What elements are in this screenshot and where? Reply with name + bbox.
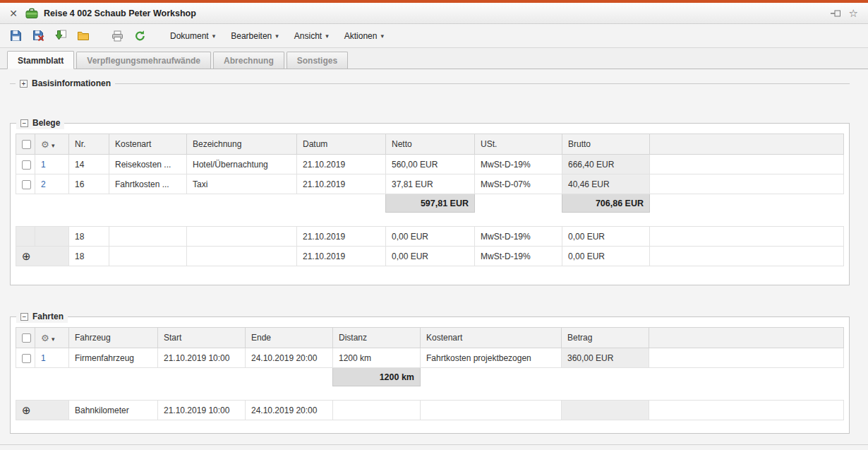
print-button[interactable] [107, 27, 127, 45]
cell-kostenart[interactable]: Fahrtkosten ... [109, 174, 187, 194]
folder-button[interactable] [73, 27, 93, 45]
cell-netto[interactable]: 0,00 EUR [386, 247, 475, 266]
col-header-fahrzeug[interactable]: Fahrzeug [69, 328, 158, 348]
content-area: + Basisinformationen − Belege ⚙ ▾ Nr. Ko… [0, 69, 868, 434]
col-header-kostenart[interactable]: Kostenart [421, 328, 562, 348]
cell-bezeichnung[interactable] [187, 247, 297, 266]
col-header-brutto[interactable]: Brutto [562, 134, 650, 155]
cell-nr[interactable]: 18 [69, 247, 109, 266]
cell-datum[interactable]: 21.10.2019 [297, 227, 386, 247]
cell-kostenart[interactable] [421, 401, 562, 420]
cell-brutto[interactable]: 40,46 EUR [562, 174, 650, 194]
cell-kostenart[interactable] [109, 247, 187, 266]
save-button[interactable] [6, 27, 25, 45]
col-header-ende[interactable]: Ende [246, 328, 333, 348]
select-all-checkbox[interactable] [22, 333, 31, 343]
pin-icon[interactable] [830, 8, 842, 18]
cell-start[interactable]: 21.10.2019 10:00 [158, 401, 246, 420]
cell-nr[interactable]: 16 [69, 174, 109, 194]
col-header-ust[interactable]: USt. [475, 134, 562, 155]
col-header-datum[interactable]: Datum [297, 134, 386, 155]
add-entry-button[interactable]: ⊕ [16, 247, 69, 266]
cell-netto[interactable]: 37,81 EUR [386, 174, 475, 194]
row-number[interactable]: 1 [35, 155, 69, 174]
tab-sonstiges[interactable]: Sonstiges [287, 52, 348, 69]
cell-datum[interactable]: 21.10.2019 [297, 155, 386, 174]
cell-nr[interactable]: 14 [69, 155, 109, 174]
cell-ust[interactable]: MwSt-D-19% [475, 227, 562, 247]
add-entry-button[interactable]: ⊕ [16, 401, 69, 420]
delete-button[interactable] [28, 27, 48, 45]
cell-kostenart[interactable] [109, 227, 187, 247]
cell-kostenart[interactable]: Fahrtkosten projektbezogen [421, 348, 562, 368]
cell-start[interactable]: 21.10.2019 10:00 [158, 348, 246, 368]
tab-abrechnung[interactable]: Abrechnung [213, 52, 284, 69]
cell-distanz[interactable] [333, 401, 421, 420]
col-header-nr[interactable]: Nr. [69, 134, 109, 155]
cell-brutto[interactable]: 0,00 EUR [562, 227, 650, 247]
cell-bezeichnung[interactable] [187, 227, 297, 247]
col-header-kostenart[interactable]: Kostenart [109, 134, 187, 155]
cell-netto[interactable]: 560,00 EUR [386, 155, 475, 174]
cell-ende[interactable]: 24.10.2019 20:00 [246, 401, 333, 420]
window-bottom-edge [0, 444, 868, 445]
column-settings-button[interactable]: ⚙ ▾ [35, 134, 69, 155]
menu-aktionen[interactable]: Aktionen ▾ [338, 28, 390, 44]
belege-row-2: 2 16 Fahrtkosten ... Taxi 21.10.2019 37,… [16, 174, 844, 194]
refresh-button[interactable] [130, 27, 150, 45]
gear-icon: ⚙ [41, 333, 49, 343]
menu-dokument[interactable]: Dokument ▾ [164, 28, 222, 44]
select-all-cell[interactable] [16, 134, 35, 155]
col-header-fill [649, 328, 844, 348]
row-checkbox[interactable] [22, 354, 31, 363]
cell-bezeichnung[interactable]: Hotel/Übernachtung [187, 155, 297, 174]
fahrten-group: − Fahrten ⚙ ▾ Fahrzeug Start Ende Distan… [10, 316, 850, 434]
select-all-cell[interactable] [16, 328, 35, 348]
row-checkbox[interactable] [22, 180, 31, 189]
cell-betrag[interactable] [562, 401, 649, 420]
cell-bezeichnung[interactable]: Taxi [187, 174, 297, 194]
select-all-checkbox[interactable] [22, 140, 31, 149]
cell-datum[interactable]: 21.10.2019 [297, 174, 386, 194]
cell-fill [649, 401, 844, 420]
spacer-row [16, 386, 844, 401]
row-number[interactable]: 1 [35, 348, 69, 368]
row-select-cell[interactable] [16, 348, 35, 368]
star-icon[interactable]: ☆ [849, 7, 858, 20]
col-header-start[interactable]: Start [158, 328, 246, 348]
menu-ansicht[interactable]: Ansicht ▾ [288, 28, 335, 44]
menu-bearbeiten[interactable]: Bearbeiten ▾ [224, 28, 285, 44]
cell-datum[interactable]: 21.10.2019 [297, 247, 386, 266]
expand-icon[interactable]: + [20, 80, 28, 88]
tab-verpflegungsmehraufwaende[interactable]: Verpflegungsmehraufwände [76, 52, 211, 69]
cell-ust[interactable]: MwSt-D-07% [475, 174, 562, 194]
row-number[interactable]: 2 [35, 174, 69, 194]
col-header-distanz[interactable]: Distanz [333, 328, 421, 348]
cell-fill [650, 155, 844, 174]
cell-brutto[interactable]: 0,00 EUR [562, 247, 650, 266]
row-checkbox[interactable] [22, 160, 31, 170]
row-select-cell[interactable] [16, 155, 35, 174]
row-select-cell[interactable] [16, 174, 35, 194]
cell-kostenart[interactable]: Reisekosten ... [109, 155, 187, 174]
column-settings-button[interactable]: ⚙ ▾ [35, 328, 69, 348]
col-header-netto[interactable]: Netto [386, 134, 475, 155]
cell-fahrzeug[interactable]: Bahnkilometer [69, 401, 158, 420]
cell-betrag[interactable]: 360,00 EUR [562, 348, 649, 368]
tab-stammblatt[interactable]: Stammblatt [7, 51, 74, 69]
cell-distanz[interactable]: 1200 km [333, 348, 421, 368]
collapse-icon[interactable]: − [20, 119, 28, 127]
cell-ust[interactable]: MwSt-D-19% [475, 247, 562, 266]
close-icon[interactable]: ✕ [7, 8, 20, 19]
cell-ust[interactable]: MwSt-D-19% [475, 155, 562, 174]
export-button[interactable] [51, 27, 71, 45]
collapse-icon[interactable]: − [20, 313, 28, 321]
col-header-bezeichnung[interactable]: Bezeichnung [187, 134, 297, 155]
spacer-row [16, 213, 844, 227]
cell-brutto[interactable]: 666,40 EUR [562, 155, 650, 174]
cell-netto[interactable]: 0,00 EUR [386, 227, 475, 247]
cell-ende[interactable]: 24.10.2019 20:00 [246, 348, 333, 368]
col-header-betrag[interactable]: Betrag [562, 328, 649, 348]
cell-fahrzeug[interactable]: Firmenfahrzeug [69, 348, 158, 368]
cell-nr[interactable]: 18 [69, 227, 109, 247]
